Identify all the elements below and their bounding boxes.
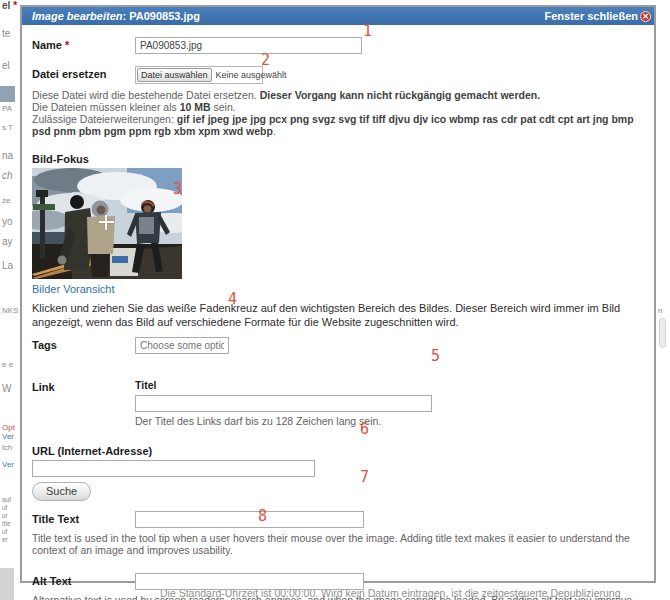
- annotation-4: 4: [228, 290, 237, 308]
- link-title-help: Der Titel des Links darf bis zu 128 Zeic…: [135, 415, 432, 427]
- close-icon[interactable]: ✕: [640, 11, 651, 22]
- focus-crosshair[interactable]: [99, 215, 114, 230]
- bg-text-fragment: yo: [2, 216, 13, 227]
- bg-link-fragment: Opt: [2, 423, 15, 432]
- annotation-5: 5: [431, 347, 440, 365]
- alt-text-help: Alternative text is used by screen reade…: [32, 594, 642, 600]
- file-status-text: Keine ausgewählt: [213, 70, 287, 80]
- image-focus-label: Bild-Fokus: [32, 151, 642, 165]
- bg-sidebar-fragment: [0, 568, 14, 600]
- bg-text-fragment: el: [2, 60, 10, 71]
- title-text-help: Title text is used in the tool tip when …: [32, 532, 642, 556]
- replace-file-label: Datei ersetzen: [32, 66, 135, 80]
- bg-text-fragment: el *: [2, 0, 17, 11]
- bg-text-fragment: ze: [2, 196, 10, 205]
- title-text-label: Title Text: [32, 511, 135, 525]
- file-upload-control[interactable]: Datei auswählen Keine ausgewählt: [135, 66, 263, 84]
- annotation-7: 7: [360, 468, 369, 486]
- bg-text-fragment: ch: [2, 170, 13, 181]
- dialog-titlebar[interactable]: Image bearbeiten: PA090853.jpg Fenster s…: [22, 7, 654, 25]
- bg-text-fragment: auf uf ur itte uf er: [2, 496, 11, 544]
- choose-file-button[interactable]: Datei auswählen: [137, 68, 212, 82]
- image-preview-link[interactable]: Bilder Voransicht: [32, 283, 115, 295]
- bg-text-fragment: La: [2, 260, 13, 271]
- replace-file-help: Diese Datei wird die bestehende Datei er…: [32, 89, 642, 137]
- search-button[interactable]: Suche: [32, 482, 91, 501]
- page-scrollbar[interactable]: [659, 318, 666, 348]
- edit-image-dialog: Image bearbeiten: PA090853.jpg Fenster s…: [20, 5, 656, 583]
- url-input[interactable]: [32, 460, 315, 477]
- name-label: Name *: [32, 37, 135, 51]
- annotation-8: 8: [258, 507, 267, 525]
- annotation-3: 3: [173, 180, 182, 198]
- link-title-label: Titel: [135, 379, 432, 391]
- bg-text-fragment: PA: [2, 104, 12, 113]
- bg-text-fragment: n: [658, 306, 662, 315]
- url-label: URL (Internet-Adresse): [32, 443, 642, 457]
- tags-label: Tags: [32, 337, 135, 351]
- focus-help: Klicken und ziehen Sie das weiße Fadenkr…: [32, 301, 642, 329]
- alt-text-input[interactable]: [135, 573, 364, 590]
- tags-input[interactable]: [135, 337, 229, 354]
- bg-text-fragment: NKS: [2, 306, 18, 315]
- focus-image[interactable]: [32, 168, 182, 279]
- annotation-1: 1: [363, 22, 372, 40]
- bg-link-fragment: Ver: [2, 432, 14, 441]
- name-input[interactable]: [135, 37, 362, 54]
- annotation-2: 2: [261, 51, 270, 69]
- bg-link-fragment: Ver: [2, 460, 14, 469]
- bg-text-fragment: na: [2, 150, 13, 161]
- close-window-label: Fenster schließen: [544, 10, 638, 22]
- bg-text-fragment: s T: [2, 123, 13, 132]
- alt-text-label: Alt Text: [32, 573, 135, 587]
- bg-text-fragment: W: [2, 383, 11, 394]
- bg-thumbnail-fragment: [0, 86, 15, 102]
- link-title-input[interactable]: [135, 395, 432, 412]
- dialog-title: Image bearbeiten: PA090853.jpg: [32, 10, 200, 22]
- bg-text-fragment: ich: [2, 443, 12, 452]
- bg-text-fragment: te: [2, 28, 10, 39]
- annotation-6: 6: [360, 420, 369, 438]
- link-label: Link: [32, 379, 135, 393]
- bg-text-fragment: ay: [2, 236, 13, 247]
- close-window-button[interactable]: Fenster schließen ✕: [544, 10, 651, 22]
- bg-text-fragment: e e: [2, 360, 13, 369]
- title-text-input[interactable]: [135, 511, 364, 528]
